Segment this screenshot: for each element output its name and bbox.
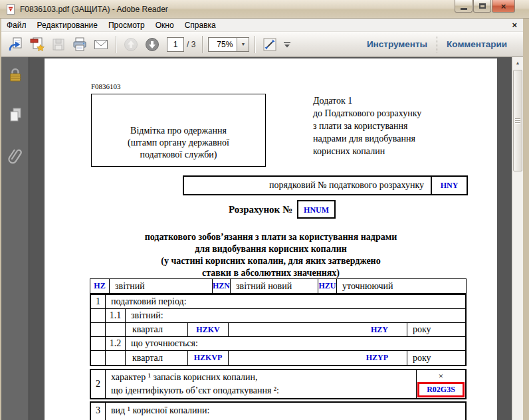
arrow-down-icon — [144, 37, 160, 52]
zoom-dropdown-button[interactable]: ▼ — [237, 37, 249, 52]
chevron-down-icon: ▼ — [241, 42, 245, 47]
menu-edit[interactable]: Редактирование — [32, 19, 103, 31]
previous-page-button[interactable] — [120, 35, 142, 54]
security-settings-button[interactable] — [7, 66, 23, 86]
window-frame: Файл Редактирование Просмотр Окно Справк… — [0, 19, 529, 420]
open-button[interactable] — [5, 35, 27, 54]
row-number: 3 — [91, 403, 106, 420]
close-button[interactable]: × — [492, 0, 515, 13]
x-mark: × — [417, 370, 465, 382]
toolbar-separator — [116, 36, 116, 53]
open-file-icon — [8, 37, 24, 52]
navigation-rail — [1, 57, 29, 420]
appendix-line: з плати за користування — [313, 120, 466, 132]
appendix-line: надрами для видобування — [313, 132, 466, 145]
table-row-1-1: 1.1 звітний: — [91, 309, 465, 323]
page-number-input[interactable] — [167, 37, 184, 52]
email-icon — [93, 37, 109, 52]
toolbar-separator — [255, 36, 255, 53]
row-label: вид ¹ корисної копалини: — [106, 403, 465, 420]
calculation-number-field[interactable]: HNUM — [297, 200, 336, 219]
hz-field[interactable]: HZ — [90, 279, 110, 293]
stamp-line: Відмітка про одержання — [92, 125, 265, 137]
menu-window[interactable]: Окно — [150, 19, 179, 31]
close-icon: × — [501, 1, 506, 11]
toolbar-overflow-button[interactable] — [280, 35, 294, 54]
row-gutter — [106, 323, 126, 336]
appendix-line: корисних копалин — [313, 145, 466, 158]
row-label-line: характер ¹ запасів корисних копалин, — [111, 371, 411, 384]
row-number: 1.1 — [106, 309, 126, 322]
menu-help[interactable]: Справка — [179, 19, 221, 31]
serial-number-row: порядковий № податкового розрахунку HNY — [183, 175, 468, 195]
hzy-field[interactable]: HZY — [229, 323, 407, 336]
year-label: року — [407, 351, 465, 365]
hzkvp-field[interactable]: HZKVP — [187, 351, 229, 365]
vertical-scrollbar[interactable]: ▲ — [512, 57, 523, 420]
stamp-box: Відмітка про одержання (штамп органу дер… — [91, 94, 266, 167]
appendix-note: Додаток 1 до Податкового розрахунку з пл… — [313, 94, 466, 158]
arrow-up-icon — [123, 37, 139, 52]
fit-window-button[interactable] — [259, 35, 280, 54]
pages-icon — [7, 106, 23, 124]
year-label: року — [407, 323, 465, 336]
attachments-button[interactable] — [7, 146, 24, 169]
form-id-label: F0836103 — [91, 82, 121, 90]
page-thumbnails-button[interactable] — [7, 106, 23, 126]
row-label-line: що ідентифікують об’єкт оподаткування ²: — [111, 384, 411, 397]
hz-label: звітний — [110, 279, 212, 293]
print-icon — [72, 37, 88, 52]
close-document-icon[interactable]: × — [512, 21, 517, 29]
hzyp-field[interactable]: HZYP — [229, 351, 407, 365]
title-line: ставки в абсолютних значеннях) — [45, 267, 497, 279]
print-button[interactable] — [69, 35, 90, 54]
zoom-level-value[interactable]: 75% — [208, 37, 237, 52]
scrollbar-thumb[interactable] — [513, 70, 522, 171]
table-row-1-1-data: квартал HZKV HZY року — [91, 323, 465, 337]
document-pane[interactable]: F0836103 Відмітка про одержання (штамп о… — [29, 57, 512, 420]
tools-button[interactable]: Инструменты — [358, 39, 437, 49]
mineral-type-table: 3 вид ¹ корисної копалини: — [90, 401, 467, 420]
row-gutter — [91, 337, 106, 350]
row-gutter — [91, 309, 106, 322]
hzn-field[interactable]: HZN — [212, 279, 231, 293]
r02g3s-field-highlighted[interactable]: R02G3S — [417, 382, 465, 397]
window-controls: × — [455, 0, 515, 13]
menu-view[interactable]: Просмотр — [103, 19, 150, 31]
hzn-label: звітний новий — [231, 279, 318, 293]
overflow-chevron-icon — [283, 41, 291, 49]
serial-number-field[interactable]: HNY — [431, 177, 467, 194]
triangle-up-icon: ▲ — [516, 60, 520, 65]
stamp-line: (штамп органу державної — [92, 137, 265, 149]
window-title: F0836103.pdf (ЗАЩИТА) - Adobe Reader — [20, 5, 168, 14]
minimize-icon — [461, 8, 467, 10]
menu-file[interactable]: Файл — [1, 19, 32, 31]
next-page-button[interactable] — [142, 35, 163, 54]
hzkv-field[interactable]: HZKV — [187, 323, 229, 336]
calculation-number-row: Розрахунок № HNUM — [45, 199, 497, 219]
content-area: F0836103 Відмітка про одержання (штамп о… — [1, 57, 523, 420]
row-number: 1 — [91, 295, 106, 308]
quarter-label: квартал — [126, 351, 187, 365]
lock-icon — [7, 66, 23, 84]
minimize-button[interactable] — [455, 0, 473, 13]
row-gutter — [106, 351, 126, 365]
appendix-line: до Податкового розрахунку — [313, 107, 466, 120]
toolbar-separator — [202, 36, 203, 53]
row-label: податковий період: — [106, 295, 465, 308]
maximize-button[interactable] — [473, 0, 491, 13]
hzu-field[interactable]: HZU — [318, 279, 337, 293]
table-row-1-2-data: квартал HZKVP HZYP року — [91, 351, 465, 365]
comments-button[interactable]: Комментарии — [437, 39, 516, 49]
scroll-up-button[interactable]: ▲ — [512, 57, 523, 68]
row-gutter — [91, 351, 106, 365]
zoom-control: 75% ▼ — [208, 37, 249, 52]
toolbar-panels: Инструменты Комментарии — [358, 37, 516, 52]
create-pdf-icon — [29, 37, 45, 52]
email-button[interactable] — [90, 35, 112, 54]
save-button[interactable] — [48, 35, 69, 54]
resize-arrows-icon — [263, 37, 277, 52]
create-pdf-button[interactable] — [27, 35, 48, 54]
adobe-reader-app-icon — [5, 4, 16, 15]
title-line: податкового зобов’язання з плати за кори… — [45, 231, 497, 243]
